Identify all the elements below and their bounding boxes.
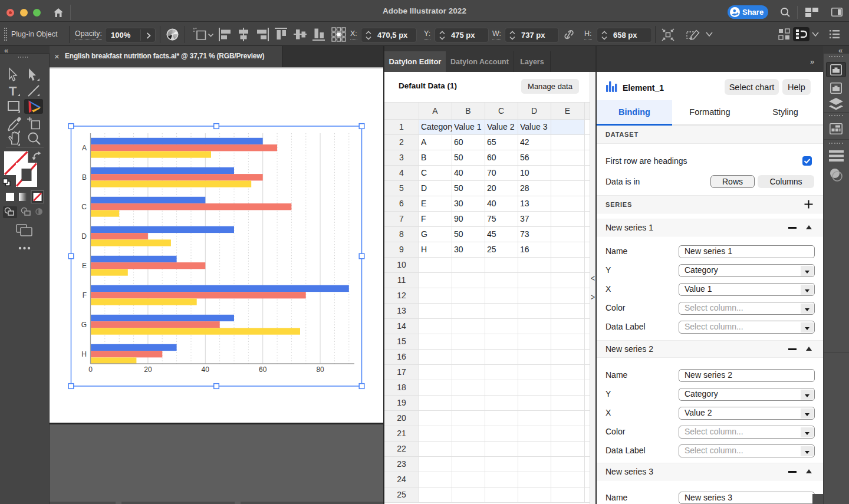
svg-text:F: F	[83, 291, 87, 299]
svg-text:H: H	[81, 350, 87, 358]
svg-text:60: 60	[259, 365, 267, 374]
svg-text:T: T	[9, 84, 17, 98]
svg-text:B: B	[82, 173, 87, 182]
svg-text:0: 0	[88, 365, 93, 374]
svg-text:40: 40	[202, 365, 210, 374]
svg-text:E: E	[82, 262, 87, 270]
svg-text:G: G	[81, 321, 87, 329]
svg-text:A: A	[82, 144, 87, 152]
svg-text:D: D	[81, 232, 87, 241]
svg-text:C: C	[81, 203, 87, 211]
svg-text:80: 80	[316, 365, 324, 374]
svg-text:20: 20	[144, 365, 152, 374]
